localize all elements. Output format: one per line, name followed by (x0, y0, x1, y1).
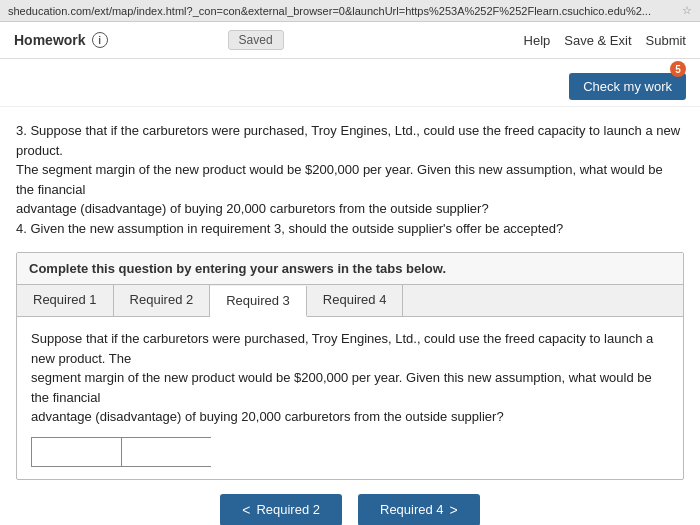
prev-required2-button[interactable]: < Required 2 (220, 494, 342, 526)
check-my-work-button[interactable]: Check my work (569, 73, 686, 100)
question-text: 3. Suppose that if the carburetors were … (16, 121, 684, 238)
tab-required2[interactable]: Required 2 (114, 285, 211, 316)
app-header: Homework i Saved Help Save & Exit Submit (0, 22, 700, 59)
answer-input-row (31, 437, 211, 467)
question-line2: The segment margin of the new product wo… (16, 162, 663, 197)
tabs-row: Required 1 Required 2 Required 3 Require… (17, 285, 683, 317)
submit-button[interactable]: Submit (646, 33, 686, 48)
nav-buttons: < Required 2 Required 4 > (16, 480, 684, 526)
tab-content-text3: advantage (disadvantage) of buying 20,00… (31, 409, 504, 424)
save-exit-button[interactable]: Save & Exit (564, 33, 631, 48)
check-work-container: 5 Check my work (0, 59, 700, 107)
browser-bar: sheducation.com/ext/map/index.html?_con=… (0, 0, 700, 22)
question-line1: 3. Suppose that if the carburetors were … (16, 123, 680, 158)
prev-button-label: Required 2 (256, 502, 320, 517)
tab-content: Suppose that if the carburetors were pur… (17, 317, 683, 479)
tab-content-text1: Suppose that if the carburetors were pur… (31, 331, 653, 366)
star-icon: ☆ (682, 4, 692, 17)
prev-arrow-icon: < (242, 502, 250, 518)
answer-input-2[interactable] (122, 438, 212, 466)
next-required4-button[interactable]: Required 4 > (358, 494, 480, 526)
next-arrow-icon: > (450, 502, 458, 518)
question-line4: 4. Given the new assumption in requireme… (16, 221, 563, 236)
complete-header-text: Complete this question by entering your … (29, 261, 446, 276)
next-button-label: Required 4 (380, 502, 444, 517)
tab-required4[interactable]: Required 4 (307, 285, 404, 316)
help-link[interactable]: Help (524, 33, 551, 48)
tab-content-text2: segment margin of the new product would … (31, 370, 652, 405)
main-content: 3. Suppose that if the carburetors were … (0, 107, 700, 525)
header-actions: Help Save & Exit Submit (524, 33, 686, 48)
homework-title: Homework i (14, 32, 108, 48)
complete-header: Complete this question by entering your … (17, 253, 683, 285)
tab-required3[interactable]: Required 3 (210, 286, 307, 317)
complete-question-box: Complete this question by entering your … (16, 252, 684, 480)
homework-label: Homework (14, 32, 86, 48)
answer-input-1[interactable] (32, 438, 122, 466)
url-bar: sheducation.com/ext/map/index.html?_con=… (8, 5, 676, 17)
tab-required1[interactable]: Required 1 (17, 285, 114, 316)
notification-badge: 5 (670, 61, 686, 77)
saved-badge: Saved (228, 30, 284, 50)
question-line3: advantage (disadvantage) of buying 20,00… (16, 201, 489, 216)
info-icon[interactable]: i (92, 32, 108, 48)
